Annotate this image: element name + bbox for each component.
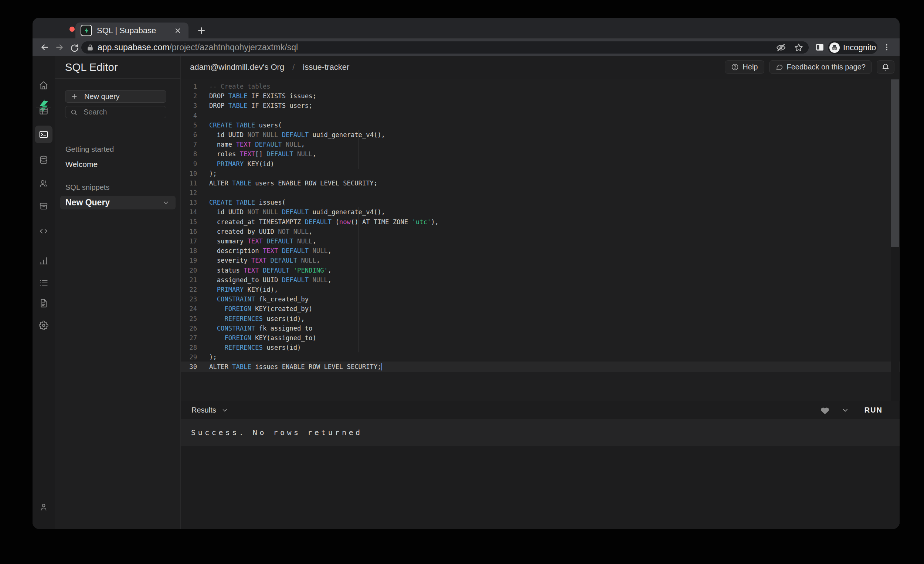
sidebar-item-new-query[interactable]: New Query <box>60 196 176 209</box>
notifications-button[interactable] <box>877 60 894 74</box>
code-line-24[interactable]: 24 FOREIGN KEY(created_by) <box>181 304 900 314</box>
breadcrumb-org[interactable]: adam@windmill.dev's Org <box>190 63 284 72</box>
code-line-22[interactable]: 22 PRIMARY KEY(id), <box>181 285 900 295</box>
code-line-2[interactable]: 2DROP TABLE IF EXISTS issues; <box>181 91 900 101</box>
browser-tab[interactable]: SQL | Supabase <box>75 22 189 39</box>
side-panel-icon[interactable] <box>815 42 825 52</box>
nav-reports[interactable] <box>35 252 52 269</box>
line-number: 19 <box>181 256 197 265</box>
code-line-27[interactable]: 27 FOREIGN KEY(assigned_to) <box>181 333 900 343</box>
reload-icon[interactable] <box>69 42 79 52</box>
code-line-23[interactable]: 23 CONSTRAINT fk_created_by <box>181 295 900 304</box>
code-line-20[interactable]: 20 status TEXT DEFAULT 'PENDING', <box>181 266 900 275</box>
code-line-9[interactable]: 9 PRIMARY KEY(id) <box>181 159 900 169</box>
home-icon <box>39 81 48 90</box>
code-text: REFERENCES users(id), <box>209 314 305 323</box>
run-button[interactable]: RUN <box>864 406 883 414</box>
close-icon[interactable] <box>172 25 183 36</box>
incognito-icon <box>830 42 840 53</box>
code-line-21[interactable]: 21 assigned_to UUID DEFAULT NULL, <box>181 275 900 285</box>
nav-sql-editor[interactable] <box>35 126 52 143</box>
code-line-16[interactable]: 16 created_by UUID NOT NULL, <box>181 227 900 236</box>
back-icon[interactable] <box>40 42 50 52</box>
new-query-label: New query <box>84 92 120 101</box>
gear-icon <box>39 320 48 330</box>
line-number: 16 <box>181 227 197 236</box>
feedback-button[interactable]: Feedback on this page? <box>769 60 872 74</box>
code-line-30[interactable]: 30ALTER TABLE issues ENABLE ROW LEVEL SE… <box>181 362 900 372</box>
kebab-menu-icon[interactable] <box>883 42 891 53</box>
url-bar[interactable]: app.supabase.com/project/azahtnhqohyjerz… <box>81 41 808 54</box>
code-line-25[interactable]: 25 REFERENCES users(id), <box>181 314 900 323</box>
code-line-28[interactable]: 28 REFERENCES users(id) <box>181 343 900 352</box>
code-text: ); <box>209 352 217 362</box>
code-line-18[interactable]: 18 description TEXT DEFAULT NULL, <box>181 246 900 256</box>
nav-account[interactable] <box>35 498 52 516</box>
supabase-favicon-icon <box>81 25 92 36</box>
chevron-down-icon[interactable] <box>162 199 170 206</box>
code-line-26[interactable]: 26 CONSTRAINT fk_assigned_to <box>181 323 900 333</box>
search-input[interactable]: Search <box>65 106 166 118</box>
sql-code-editor[interactable]: 1-- Create tables2DROP TABLE IF EXISTS i… <box>181 79 900 401</box>
nav-docs[interactable] <box>35 295 52 312</box>
code-text: CREATE TABLE issues( <box>209 197 286 207</box>
results-output: Success. No rows returned <box>181 419 900 446</box>
nav-authentication[interactable] <box>35 175 52 192</box>
code-line-11[interactable]: 11ALTER TABLE users ENABLE ROW LEVEL SEC… <box>181 178 900 188</box>
nav-home[interactable] <box>35 76 52 94</box>
nav-settings[interactable] <box>35 317 52 334</box>
line-number: 9 <box>181 159 197 169</box>
code-icon <box>39 226 48 236</box>
terminal-icon <box>39 130 48 139</box>
code-line-10[interactable]: 10); <box>181 169 900 178</box>
breadcrumb-project[interactable]: issue-tracker <box>303 63 349 72</box>
line-number: 5 <box>181 120 197 130</box>
favorite-button[interactable] <box>820 405 830 415</box>
code-line-13[interactable]: 13CREATE TABLE issues( <box>181 197 900 207</box>
line-number: 7 <box>181 140 197 149</box>
nav-edge-functions[interactable] <box>35 222 52 240</box>
code-line-6[interactable]: 6 id UUID NOT NULL DEFAULT uuid_generate… <box>181 130 900 140</box>
code-line-29[interactable]: 29); <box>181 352 900 362</box>
line-number: 26 <box>181 323 197 333</box>
line-number: 29 <box>181 352 197 362</box>
run-options-button[interactable] <box>842 407 849 414</box>
window-close-button[interactable] <box>69 27 75 32</box>
results-dropdown[interactable]: Results <box>192 406 820 414</box>
nav-storage[interactable] <box>35 197 52 215</box>
code-line-5[interactable]: 5CREATE TABLE users( <box>181 120 900 130</box>
code-text: ); <box>209 169 217 178</box>
forward-icon[interactable] <box>55 42 64 52</box>
code-line-19[interactable]: 19 severity TEXT DEFAULT NULL, <box>181 256 900 265</box>
code-text: created_by UUID NOT NULL, <box>209 227 312 236</box>
code-line-12[interactable]: 12 <box>181 188 900 197</box>
code-line-4[interactable]: 4 <box>181 111 900 120</box>
help-button[interactable]: Help <box>725 60 764 74</box>
nav-table-editor[interactable] <box>35 102 52 120</box>
section-sql-snippets: SQL snippets <box>65 183 110 192</box>
new-query-button[interactable]: New query <box>65 90 166 103</box>
plus-icon[interactable] <box>195 24 208 37</box>
line-number: 18 <box>181 246 197 256</box>
chevron-down-icon <box>221 407 228 414</box>
code-line-15[interactable]: 15 created_at TIMESTAMPTZ DEFAULT (now()… <box>181 217 900 227</box>
sidebar-item-welcome[interactable]: Welcome <box>65 160 98 169</box>
feedback-label: Feedback on this page? <box>787 63 866 71</box>
code-line-3[interactable]: 3DROP TABLE IF EXISTS users; <box>181 101 900 111</box>
editor-scrollbar-thumb[interactable] <box>891 79 899 247</box>
code-line-17[interactable]: 17 summary TEXT DEFAULT NULL, <box>181 236 900 246</box>
code-line-7[interactable]: 7 name TEXT DEFAULT NULL, <box>181 140 900 149</box>
eye-off-icon[interactable] <box>776 43 786 52</box>
lock-icon <box>87 44 94 51</box>
code-line-1[interactable]: 1-- Create tables <box>181 82 900 91</box>
nav-logs[interactable] <box>35 274 52 292</box>
code-line-8[interactable]: 8 roles TEXT[] DEFAULT NULL, <box>181 149 900 159</box>
star-icon[interactable] <box>794 43 804 52</box>
browser-toolbar: app.supabase.com/project/azahtnhqohyjerz… <box>33 39 900 56</box>
sql-editor-sidebar: SQL Editor New query Search Getting star… <box>55 56 181 529</box>
help-label: Help <box>742 63 758 71</box>
code-line-14[interactable]: 14 id UUID NOT NULL DEFAULT uuid_generat… <box>181 207 900 217</box>
nav-database[interactable] <box>35 151 52 169</box>
line-number: 6 <box>181 130 197 140</box>
line-number: 2 <box>181 91 197 101</box>
